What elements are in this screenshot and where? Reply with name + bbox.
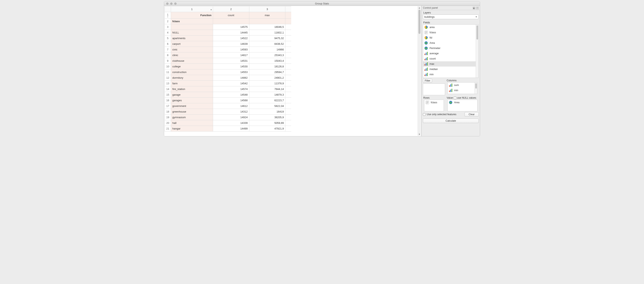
list-item[interactable]: Area	[448, 100, 477, 105]
scroll-thumb[interactable]	[418, 10, 420, 34]
filter-input[interactable]	[423, 83, 445, 95]
scroll-down-icon[interactable]: ▼	[418, 133, 420, 135]
list-item[interactable]: fid	[423, 35, 476, 40]
use-only-selected-checkbox[interactable]	[423, 113, 426, 116]
undock-icon[interactable]: ▣	[473, 7, 475, 9]
bars-icon	[424, 52, 428, 55]
row-label: apartments	[171, 36, 213, 41]
row-num[interactable]: 2	[165, 19, 171, 24]
table-row[interactable]: 21hangar1449947921,90,716084869221	[165, 126, 291, 131]
cell-min: 1,43352	[285, 30, 291, 36]
table-corner[interactable]	[165, 7, 171, 12]
value-listbox[interactable]: Area	[448, 100, 478, 111]
table-row[interactable]: 16garages1456862223,70,0597786890649	[165, 98, 291, 103]
row-num[interactable]: 19	[165, 114, 171, 120]
table-row[interactable]: 15garage1454814879,31,26671818288	[165, 92, 291, 98]
row-num[interactable]: 9	[165, 58, 171, 64]
list-item[interactable]: median	[423, 67, 476, 72]
table-scrollbar-v[interactable]: ▲ ▼	[418, 6, 421, 136]
close-panel-icon[interactable]: ✕	[476, 7, 479, 9]
list-item[interactable]: max	[448, 93, 474, 94]
table-row[interactable]: 31457518046,50,847432823778	[165, 24, 291, 30]
table-row[interactable]: 7civic14593149660,956666824291	[165, 47, 291, 52]
table-row[interactable]: 12dormitory1488224901,20,938203887251	[165, 75, 291, 81]
columns-scrollbar[interactable]	[474, 82, 477, 94]
rows-listbox[interactable]: fclass	[424, 100, 444, 111]
table-row[interactable]: 5apartments145229475,321,13389834126	[165, 36, 291, 41]
row-num[interactable]: 5	[165, 36, 171, 41]
row-num[interactable]: 1▴	[165, 12, 171, 19]
row-num[interactable]: 16	[165, 98, 171, 103]
table-row[interactable]: 17government146125822,040,475224805739	[165, 103, 291, 109]
row-num[interactable]: 4	[165, 30, 171, 36]
list-item[interactable]: fclass	[424, 100, 444, 105]
table-row[interactable]: 8clinic1481725343,30,202493838602	[165, 52, 291, 58]
row-num[interactable]: 14	[165, 86, 171, 92]
row-num[interactable]: 11	[165, 69, 171, 75]
row-num[interactable]: 7	[165, 47, 171, 52]
col-header-1[interactable]: 1▴	[171, 7, 213, 12]
scroll-thumb[interactable]	[476, 25, 478, 40]
table-row[interactable]: 19gymnasium1492438205,90,764717884405	[165, 114, 291, 120]
col-header-4[interactable]: 4	[285, 7, 291, 12]
sort-indicator-icon[interactable]: ▴	[211, 8, 212, 10]
scroll-up-icon[interactable]: ▲	[418, 7, 420, 9]
titlebar[interactable]: Group Stats	[164, 2, 480, 6]
cell-count: 14612	[213, 103, 249, 109]
calculate-button[interactable]: Calculate	[423, 119, 479, 123]
row-num[interactable]: 15	[165, 92, 171, 98]
table-row[interactable]: 11construction1455329594,70,610202869142	[165, 69, 291, 75]
list-item[interactable]: Perimeter	[423, 46, 476, 51]
text-icon	[426, 101, 429, 104]
text-icon	[424, 31, 428, 34]
use-null-checkbox[interactable]	[454, 97, 456, 99]
list-item[interactable]: Area	[423, 40, 476, 46]
layers-combo[interactable]: buildings ▼	[423, 15, 479, 19]
table-row[interactable]: 13farm1454211378,91,49756814446	[165, 81, 291, 86]
row-label: clinic	[171, 52, 213, 58]
list-item[interactable]: fclass	[423, 30, 476, 35]
cell-min: 0,764717	[285, 114, 291, 120]
row-num[interactable]: 17	[165, 103, 171, 109]
list-item[interactable]: average	[423, 51, 476, 56]
results-table[interactable]: 1▴ 2 3 4 5 1▴ Function count max	[164, 6, 291, 131]
list-item[interactable]: stand.dev.	[423, 77, 476, 78]
row-num[interactable]: 21	[165, 126, 171, 131]
row-num[interactable]: 20	[165, 120, 171, 126]
col-header-3[interactable]: 3	[249, 7, 285, 12]
row-num[interactable]: 12	[165, 75, 171, 81]
col-header-2[interactable]: 2	[213, 7, 249, 12]
list-item[interactable]: sum	[448, 82, 474, 88]
list-item[interactable]: count	[423, 56, 476, 61]
row-num[interactable]: 6	[165, 41, 171, 47]
cell-min: 1,26671	[285, 92, 291, 98]
table-row[interactable]: 14fire_station145747844,140,210739786800	[165, 86, 291, 92]
row-num[interactable]: 8	[165, 52, 171, 58]
row-label: college	[171, 64, 213, 69]
table-row[interactable]: 4NULL1444511602,11,43352771440	[165, 30, 291, 36]
table-row[interactable]: 6carport146398438,520,729599820656	[165, 41, 291, 47]
table-row[interactable]: 9clubhouse1453115043,41,27634844453	[165, 58, 291, 64]
filter-button[interactable]: Filter	[423, 79, 432, 83]
cell-max: 18126,8	[249, 64, 285, 69]
table-row[interactable]: 18greenhouse14312164190,220406820563	[165, 109, 291, 114]
list-item-label: Perimeter	[430, 47, 440, 50]
clear-button[interactable]: Clear	[464, 112, 479, 117]
row-num[interactable]: 10	[165, 64, 171, 69]
list-item[interactable]: area	[423, 25, 476, 30]
list-item-label: max	[430, 63, 434, 65]
list-item[interactable]: min	[448, 88, 474, 93]
fields-scrollbar[interactable]	[476, 25, 478, 78]
table-row[interactable]: 20hall143395059,891,38492784198	[165, 120, 291, 126]
fields-listbox[interactable]: areafclassfidAreaPerimeteraveragecountma…	[423, 24, 479, 78]
row-num[interactable]: 13	[165, 81, 171, 86]
row-num[interactable]: 3	[165, 24, 171, 30]
cell-min: 0,210739	[285, 86, 291, 92]
table-row[interactable]: 10college1453018126,81,10069835421	[165, 64, 291, 69]
func-col-min: min	[285, 12, 291, 19]
columns-listbox[interactable]: summinmax	[448, 82, 478, 94]
list-item[interactable]: min	[423, 72, 476, 77]
row-num[interactable]: 18	[165, 109, 171, 114]
row-label: construction	[171, 69, 213, 75]
list-item[interactable]: max	[423, 61, 476, 67]
